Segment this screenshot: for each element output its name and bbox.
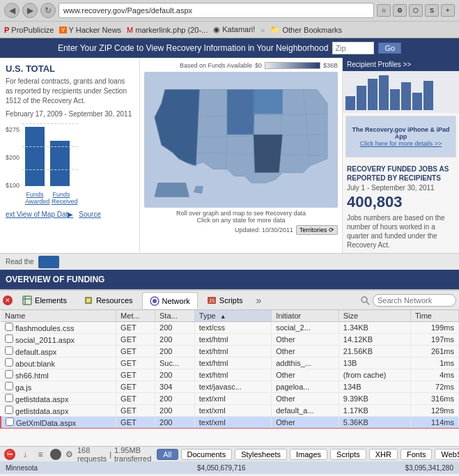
filter-xhr[interactable]: XHR (369, 449, 398, 460)
cell-method: GET (116, 346, 155, 358)
col-method[interactable]: Met... (116, 310, 155, 322)
cell-time: 199ms (410, 322, 458, 334)
us-map-svg (144, 72, 338, 208)
filter-fonts[interactable]: Fonts (400, 449, 433, 460)
address-bar[interactable]: www.recovery.gov/Pages/default.aspx (59, 3, 374, 18)
row-checkbox[interactable] (5, 394, 13, 402)
table-row[interactable]: social_2011.aspx GET 200 text/html Other… (1, 334, 459, 346)
filter-documents[interactable]: Documents (181, 449, 233, 460)
filter-stylesheets[interactable]: Stylesheets (235, 449, 287, 460)
bars (22, 123, 78, 186)
bar-awarded (25, 127, 45, 186)
bookmark-folder-other[interactable]: 📁 Other Bookmarks (270, 25, 342, 34)
clear-button[interactable]: ⛔ (4, 449, 15, 460)
cell-name: getlistdata.aspx (1, 405, 116, 417)
filter-images[interactable]: Images (290, 449, 327, 460)
cell-time: 197ms (410, 334, 458, 346)
recipient-profiles-label: Recipient Profiles >> (347, 61, 411, 68)
bookmark-hackernews[interactable]: Y Y Hacker News (59, 26, 121, 34)
cell-size: 9.39KB (339, 393, 410, 405)
app-link[interactable]: Click here for more details >> (346, 140, 456, 147)
row-checkbox[interactable] (5, 323, 13, 331)
bookmark-markerlink[interactable]: M markerlink.php (20-... (127, 26, 208, 34)
refresh-button[interactable]: ↻ (40, 3, 56, 18)
col-status[interactable]: Sta... (155, 310, 195, 322)
territories-button[interactable]: Territories ⟳ (296, 225, 338, 235)
col-type[interactable]: Type ▲ (194, 310, 271, 322)
table-row[interactable]: sh66.html GET 200 text/html Other (from … (1, 369, 459, 381)
bottom-links: ext View of Map Dat▶ Source (6, 210, 134, 218)
devtools-more-button[interactable]: » (251, 293, 265, 308)
col-initiator[interactable]: Initiator (272, 310, 339, 322)
cell-type: text/css (194, 322, 271, 334)
zip-input[interactable] (332, 42, 374, 54)
chart-area: $275 $200 $100 (6, 123, 134, 189)
pause-button[interactable]: ↓ (20, 449, 31, 460)
bookmark-katamari[interactable]: ◉ Katamari! (213, 25, 255, 34)
app-promo-image[interactable]: The Recovery.gov iPhone & iPad App Click… (345, 116, 456, 158)
cell-initiator: Other (272, 334, 339, 346)
cell-time: 261ms (410, 346, 458, 358)
source-link[interactable]: Source (79, 210, 101, 218)
funds-received-link[interactable]: Funds Received (52, 191, 71, 205)
bookmark-separator: » (260, 26, 265, 34)
wrench-icon[interactable]: ⚙ (393, 4, 407, 17)
cell-method: GET (116, 322, 155, 334)
table-row[interactable]: about:blank GET Suc... text/html addthis… (1, 358, 459, 369)
row-checkbox[interactable] (5, 335, 13, 343)
devtools-footer: ⛔ ↓ ≡ ⚙ 168 requests | 1.95MB transferre… (0, 446, 459, 461)
filter-scripts[interactable]: Scripts (330, 449, 366, 460)
col-time[interactable]: Time (410, 310, 458, 322)
cell-method: GET (116, 405, 155, 417)
extension-icon1[interactable]: S (425, 4, 439, 17)
tab-network[interactable]: Network (142, 292, 198, 309)
recipient-profiles-header[interactable]: Recipient Profiles >> (343, 58, 459, 71)
table-row[interactable]: ga.js GET 304 text/javasc... pageloa... … (1, 381, 459, 393)
filter-all[interactable]: All (157, 449, 178, 460)
sidebar-bar-8 (423, 81, 433, 110)
devtools-close-button[interactable]: ✕ (3, 295, 13, 305)
row-checkbox[interactable] (5, 358, 13, 367)
tab-scripts[interactable]: JS Scripts (199, 292, 251, 309)
star-icon[interactable]: ☆ (377, 4, 391, 17)
table-row[interactable]: getlistdata.aspx GET 200 text/xml defaul… (1, 405, 459, 417)
funds-awarded-link[interactable]: Funds Awarded (25, 191, 45, 205)
tab-elements[interactable]: Elements (15, 292, 75, 309)
cell-initiator: pageloa... (272, 381, 339, 393)
back-button[interactable]: ◀ (4, 3, 20, 18)
row-checkbox[interactable] (5, 370, 13, 378)
col-size[interactable]: Size (339, 310, 410, 322)
row-checkbox[interactable] (5, 346, 13, 355)
table-row[interactable]: GetXmlData.aspx GET 200 text/xml Other 5… (1, 417, 459, 429)
tab-resources[interactable]: Resources (76, 292, 141, 309)
zip-go-button[interactable]: Go (378, 43, 401, 54)
row-checkbox[interactable] (5, 382, 13, 390)
us-map-container[interactable] (144, 72, 338, 208)
cell-initiator: Other (272, 417, 339, 429)
filter-websocket[interactable]: WebSoc... (435, 449, 459, 460)
cell-initiator: addthis_... (272, 358, 339, 369)
svg-text:JS: JS (209, 298, 215, 304)
url-text: www.recovery.gov/Pages/default.aspx (63, 6, 369, 15)
row-checkbox[interactable] (5, 406, 13, 414)
browser-chrome: ◀ ▶ ↻ www.recovery.gov/Pages/default.asp… (0, 0, 459, 38)
cell-type: text/html (194, 358, 271, 369)
puzzle-icon[interactable]: ⬡ (409, 4, 423, 17)
nav-bar: ◀ ▶ ↻ www.recovery.gov/Pages/default.asp… (0, 0, 459, 21)
sidebar-bar-3 (368, 79, 378, 110)
network-tab-label: Network (162, 297, 190, 305)
forward-button[interactable]: ▶ (22, 3, 38, 18)
extension-icon2[interactable]: + (441, 4, 455, 17)
table-row[interactable]: flashmodules.css GET 200 text/css social… (1, 322, 459, 334)
text-view-link[interactable]: ext View of Map Dat▶ (6, 210, 73, 218)
list-view-button[interactable]: ≡ (35, 449, 46, 460)
col-name[interactable]: Name (1, 310, 116, 322)
row-checkbox[interactable] (6, 417, 14, 426)
record-button[interactable] (50, 449, 61, 460)
table-row[interactable]: default.aspx GET 200 text/html Other 21.… (1, 346, 459, 358)
table-row[interactable]: getlistdata.aspx GET 200 text/xml Other … (1, 393, 459, 405)
settings-button[interactable]: ⚙ (65, 450, 73, 459)
resources-icon (84, 295, 93, 305)
network-search-input[interactable] (373, 294, 456, 307)
bookmark-propublicize[interactable]: P ProPublicize (4, 26, 54, 34)
